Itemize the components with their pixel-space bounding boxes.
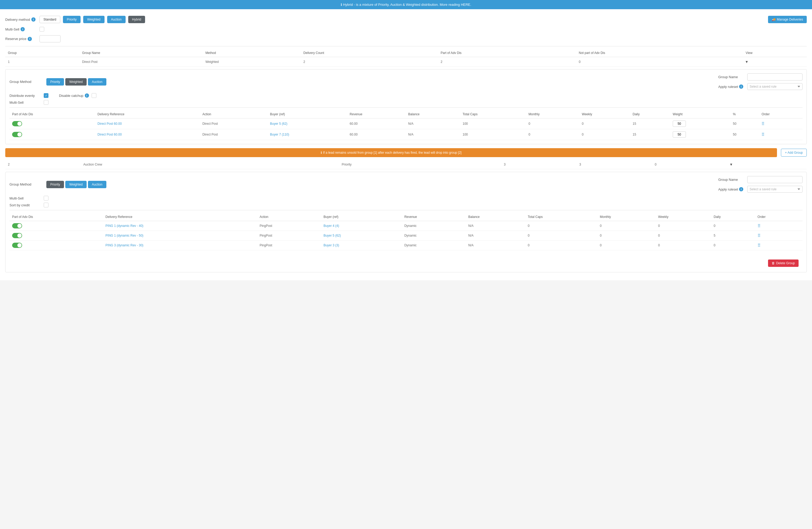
group-1-distribute-label: Distribute evenly	[10, 94, 41, 98]
multi-sell-info-icon[interactable]: i	[20, 27, 25, 31]
delivery-method-info-icon[interactable]: i	[31, 17, 35, 21]
g1-order-1[interactable]: ⠿	[759, 129, 802, 140]
g1-toggle-0[interactable]	[10, 118, 95, 129]
group-1-name-input[interactable]: Direct Post	[747, 73, 802, 80]
mid-banner-text: ℹ If a lead remains unsold from group [1…	[321, 151, 462, 155]
g1-weight-0[interactable]	[670, 118, 730, 129]
group-1-id: 1	[5, 57, 79, 67]
group-2-delivery-row-0: PING 1 (dynamic Rev - 40) PingPost Buyer…	[10, 221, 802, 231]
g1-weekly-0: 0	[579, 118, 630, 129]
g1-weight-1[interactable]	[670, 129, 730, 140]
g1-daily-0: 15	[630, 118, 670, 129]
g2-ref-0[interactable]: PING 1 (dynamic Rev - 40)	[103, 221, 257, 231]
multi-sell-label: Multi-Sell i	[5, 27, 37, 31]
g2-order-0[interactable]: ⠿	[755, 221, 802, 231]
g1-buyer-1[interactable]: Buyer 7 (110)	[267, 129, 347, 140]
g1-caps-0: 100	[460, 118, 526, 129]
btn-priority[interactable]: Priority	[63, 16, 81, 23]
group-1-auction-btn[interactable]: Auction	[88, 78, 106, 86]
g2-action-0: PingPost	[257, 221, 321, 231]
g2-ref-2[interactable]: PING 3 (dynamic Rev - 30)	[103, 240, 257, 250]
g2-order-1[interactable]: ⠿	[755, 231, 802, 240]
g2-ref-1[interactable]: PING 1 (dynamic Rev - 50)	[103, 231, 257, 240]
group-2-weighted-btn[interactable]: Weighted	[65, 181, 86, 188]
group-1-priority-btn[interactable]: Priority	[46, 78, 64, 86]
g1-order-0[interactable]: ⠿	[759, 118, 802, 129]
g1-revenue-0: 60.00	[347, 118, 405, 129]
group-1-method-cell: Weighted	[203, 57, 301, 67]
g2-monthly-1: 0	[597, 231, 655, 240]
g2-buyer-2[interactable]: Buyer 3 (3)	[321, 240, 402, 250]
g1-toggle-1[interactable]	[10, 129, 95, 140]
g1-ref-1[interactable]: Direct Post 60.00	[95, 129, 200, 140]
group-2-name-label: Group Name	[718, 178, 744, 181]
group-1-chevron-icon[interactable]: ▾	[746, 59, 748, 64]
btn-hybrid[interactable]: Hybrid	[128, 16, 145, 23]
g1-monthly-1: 0	[526, 129, 579, 140]
g2-col-order: Order	[755, 213, 802, 221]
g2-caps-2: 0	[525, 240, 597, 250]
g1-revenue-1: 60.00	[347, 129, 405, 140]
g2-order-2[interactable]: ⠿	[755, 240, 802, 250]
delete-group-button[interactable]: 🗑 Delete Group	[768, 260, 799, 267]
g2-col-buyer: Buyer (ref)	[321, 213, 402, 221]
group-2-multisell-checkbox[interactable]	[44, 196, 48, 201]
manage-deliveries-button[interactable]: 🚚 Manage Deliveries	[768, 16, 807, 23]
delivery-method-label: Delivery method i	[5, 17, 37, 21]
g1-action-0: Direct Post	[200, 118, 267, 129]
group-1-method-label: Group Method	[10, 80, 41, 84]
group-2-chevron-icon[interactable]: ▾	[730, 162, 732, 166]
g2-toggle-2[interactable]	[10, 240, 103, 250]
group-1-catchup-info-icon[interactable]: i	[85, 93, 89, 98]
multi-sell-checkbox[interactable]	[40, 27, 44, 32]
group-2-priority-btn[interactable]: Priority	[46, 181, 64, 188]
group-1-ruleset-info-icon[interactable]: i	[739, 85, 743, 89]
group-2-ruleset-select[interactable]: Select a saved rule	[747, 186, 802, 193]
g2-revenue-0: Dynamic	[402, 221, 466, 231]
g2-daily-2: 0	[711, 240, 755, 250]
trash-icon: 🗑	[772, 261, 775, 265]
g1-buyer-0[interactable]: Buyer 5 (62)	[267, 118, 347, 129]
g2-toggle-1[interactable]	[10, 231, 103, 240]
group-2-ruleset-info-icon[interactable]: i	[739, 187, 743, 191]
g2-col-monthly: Monthly	[597, 213, 655, 221]
group-1-ruleset-label: Apply ruleset i	[718, 85, 744, 89]
group-2-sortcredit-checkbox[interactable]	[44, 203, 48, 207]
group-2-delivery-count: 3	[501, 160, 577, 169]
reserve-price-input[interactable]: 20	[40, 35, 60, 42]
g1-ref-0[interactable]: Direct Post 60.00	[95, 118, 200, 129]
group-1-multisell-label: Multi-Sell	[10, 101, 41, 104]
g2-balance-2: N/A	[465, 240, 525, 250]
g1-action-1: Direct Post	[200, 129, 267, 140]
g2-caps-1: 0	[525, 231, 597, 240]
group-2-delivery-row-1: PING 1 (dynamic Rev - 50) PingPost Buyer…	[10, 231, 802, 240]
g2-monthly-2: 0	[597, 240, 655, 250]
group-1-delivery-count: 2	[301, 57, 438, 67]
g2-balance-0: N/A	[465, 221, 525, 231]
btn-weighted[interactable]: Weighted	[83, 16, 104, 23]
reserve-price-info-icon[interactable]: i	[28, 37, 32, 41]
g2-buyer-1[interactable]: Buyer 5 (62)	[321, 231, 402, 240]
btn-standard[interactable]: Standard	[40, 16, 60, 23]
g2-col-part: Part of Adv Dis	[10, 213, 103, 221]
group-1-view-chevron[interactable]: ▾	[743, 57, 807, 67]
g1-percent-1: 50	[730, 129, 759, 140]
group-1-catchup-checkbox[interactable]	[92, 93, 96, 98]
group-1-weighted-btn[interactable]: Weighted	[65, 78, 86, 86]
group-2-view-chevron[interactable]: ▾	[727, 160, 807, 169]
g1-col-ref: Delivery Reference	[95, 110, 200, 118]
group-2-auction-btn[interactable]: Auction	[88, 181, 106, 188]
mid-banner: ℹ If a lead remains unsold from group [1…	[5, 148, 777, 157]
group-2-name-input[interactable]: Auction Crew	[747, 176, 802, 183]
g2-toggle-0[interactable]	[10, 221, 103, 231]
col-method: Method	[203, 49, 301, 57]
g2-buyer-0[interactable]: Buyer 4 (4)	[321, 221, 402, 231]
group-1-card: Group Method Priority Weighted Auction G…	[5, 69, 807, 144]
group-1-ruleset-select[interactable]: Select a saved rule	[747, 83, 802, 90]
btn-auction[interactable]: Auction	[107, 16, 126, 23]
group-1-multisell-checkbox[interactable]	[44, 100, 48, 105]
add-group-button[interactable]: + Add Group	[781, 149, 807, 157]
g2-col-weekly: Weekly	[656, 213, 711, 221]
group-2-deliveries-table: Part of Adv Dis Delivery Reference Actio…	[10, 213, 802, 250]
group-1-distribute-checkbox[interactable]: ✓	[44, 93, 48, 98]
